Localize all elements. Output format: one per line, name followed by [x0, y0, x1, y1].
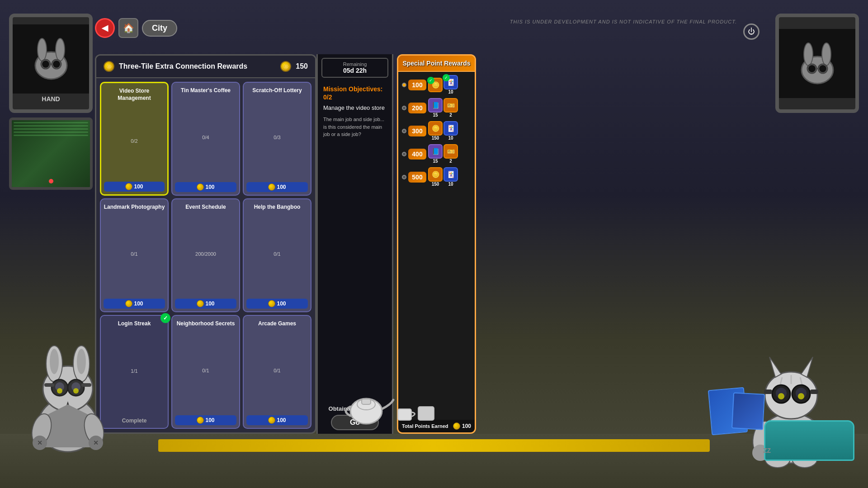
special-rewards-panel: Special Point Rewards 100 ✓ 🪙 ✓ [397, 54, 476, 434]
scan-line-5 [14, 135, 88, 136]
mission-name-4: Event Schedule [185, 204, 226, 211]
check-badge-login: ✓ [160, 313, 170, 323]
svg-point-2 [56, 38, 65, 61]
scan-line-3 [14, 128, 88, 130]
objectives-desc: Manage the video store [323, 104, 387, 112]
missions-panel: 🪙 Three-Tile Extra Connection Rewards 🪙 … [95, 54, 316, 434]
reward-text-4: 100 [205, 300, 214, 307]
reward-items-2: 🪙 150 🃏 10 [428, 121, 471, 141]
mission-card-video-store[interactable]: Video Store Management 0/2 100 [100, 82, 169, 196]
reward-row-4: 500 🪙 150 🃏 10 [400, 166, 473, 188]
svg-text:✕: ✕ [37, 439, 42, 446]
scan-line-1 [14, 122, 88, 123]
reward-count-item-3: 2 [449, 159, 452, 164]
mission-card-bangboo[interactable]: Help the Bangboo 0/1 100 [243, 198, 311, 312]
reward-count-coin-4: 150 [432, 182, 439, 187]
power-button[interactable]: ⏻ [743, 23, 760, 40]
reward-pts-0: 100 [412, 81, 422, 89]
mission-progress-6: 1/1 [131, 368, 137, 374]
reward-points-box-1: 200 [408, 103, 426, 113]
reward-coin-0 [125, 183, 132, 190]
reward-pts-2: 300 [412, 127, 422, 135]
character-left: ✕ ✕ [23, 325, 113, 461]
dev-notice: THIS IS UNDER DEVELOPMENT AND IS NOT IND… [510, 19, 737, 24]
detail-content: Mission Objectives: 0/2 Manage the video… [318, 81, 392, 401]
reward-row-2: 300 🪙 150 🃏 10 [400, 120, 473, 142]
reward-pts-4: 500 [412, 174, 422, 181]
svg-point-11 [808, 65, 816, 72]
tv-screen-left [13, 24, 89, 94]
missions-title: Three-Tile Extra Connection Rewards [119, 62, 276, 70]
mission-card-event-schedule[interactable]: Event Schedule 200/2000 100 [171, 198, 240, 312]
svg-point-9 [804, 43, 813, 66]
svg-point-10 [822, 43, 831, 66]
reward-item-book-3: 📘 [428, 144, 443, 159]
reward-row-1: 200 📘 15 🎫 2 [400, 97, 473, 119]
bottom-bar [158, 439, 710, 452]
objectives-count: 0/2 [323, 94, 332, 101]
reward-text-3: 100 [134, 300, 143, 307]
svg-point-30 [73, 388, 79, 394]
svg-point-50 [778, 393, 784, 399]
svg-rect-53 [810, 389, 818, 394]
mission-progress-5: 0/1 [274, 251, 280, 257]
svg-marker-42 [801, 357, 813, 377]
mission-card-arcade[interactable]: Arcade Games 0/1 100 [243, 315, 311, 429]
reward-item-card-4: 🃏 [443, 167, 458, 182]
zz-badge: ZZ [763, 447, 771, 454]
reward-points-box-3: 400 [408, 149, 426, 160]
reward-items-1: 📘 15 🎫 2 [428, 98, 471, 117]
svg-point-1 [38, 38, 47, 61]
mission-progress-0: 0/2 [131, 138, 137, 144]
complete-text-6: Complete [122, 418, 147, 424]
mission-card-landmark[interactable]: Landmark Photography 0/1 100 [100, 198, 169, 312]
mission-card-neighborhood[interactable]: Neighborhood Secrets 0/1 100 [171, 315, 240, 429]
bunny-face-right [795, 41, 840, 86]
mission-progress-7: 0/1 [202, 368, 209, 373]
missions-reward-amount: 150 [296, 62, 308, 70]
svg-marker-41 [769, 357, 781, 377]
reward-points-box-0: 100 [408, 80, 426, 90]
missions-header: 🪙 Three-Tile Extra Connection Rewards 🪙 … [96, 56, 315, 78]
monitor-left [9, 117, 93, 190]
svg-rect-28 [81, 383, 91, 387]
svg-point-4 [53, 61, 60, 68]
mission-description: The main job and side job... is this con… [323, 116, 387, 138]
tv-right [775, 14, 859, 113]
coin-icon-reward: 🪙 [280, 61, 291, 72]
dot-4 [402, 175, 406, 179]
reward-count-card-2: 10 [448, 136, 453, 141]
reward-items-3: 📘 15 🎫 2 [428, 144, 471, 164]
objectives-label: Mission Objectives: [323, 85, 382, 93]
city-tab[interactable]: City [142, 20, 177, 37]
tv-left: HAND [9, 14, 93, 113]
svg-rect-66 [362, 399, 371, 404]
reward-coin-3 [125, 300, 132, 307]
reward-text-0: 100 [134, 183, 143, 190]
remaining-banner: Remaining 05d 22h [321, 58, 388, 78]
back-button[interactable]: ◀ [95, 18, 115, 38]
reward-item-book-1: 📘 [428, 98, 443, 113]
mission-card-tin-master[interactable]: Tin Master's Coffee 0/4 100 [171, 82, 240, 196]
city-label: City [152, 23, 167, 33]
power-indicator [49, 179, 53, 183]
content-area: 🪙 Three-Tile Extra Connection Rewards 🪙 … [95, 54, 773, 434]
mission-card-scratch-off[interactable]: Scratch-Off Lottery 0/3 100 [243, 82, 311, 196]
reward-pts-1: 200 [412, 104, 422, 112]
mission-progress-1: 0/4 [202, 135, 209, 140]
total-pts-coin-icon [453, 422, 460, 430]
svg-text:✕: ✕ [93, 439, 99, 446]
mission-progress-3: 0/1 [131, 251, 137, 257]
reward-item-coin-0: ✓ 🪙 [428, 78, 443, 92]
mission-name-7: Neighborhood Secrets [177, 320, 235, 328]
scan-line-4 [14, 131, 88, 133]
check-small-0: ✓ [427, 77, 434, 84]
reward-text-8: 100 [277, 417, 286, 423]
svg-rect-52 [764, 389, 772, 394]
power-icon: ⏻ [748, 28, 755, 36]
reward-text-7: 100 [205, 417, 214, 423]
mission-reward-4: 100 [175, 299, 236, 309]
reward-count-item-1: 2 [449, 113, 452, 117]
mission-reward-2: 100 [246, 182, 308, 192]
home-button[interactable]: 🏠 [118, 18, 138, 38]
